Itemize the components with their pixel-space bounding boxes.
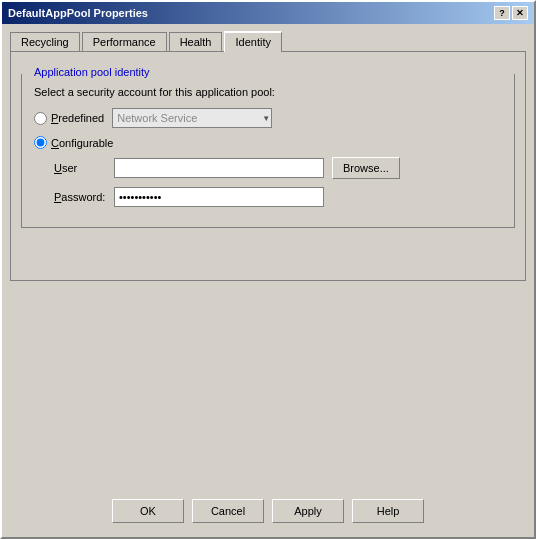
apply-button[interactable]: Apply xyxy=(272,499,344,523)
group-description: Select a security account for this appli… xyxy=(34,86,502,98)
title-bar-buttons: ? ✕ xyxy=(494,6,528,20)
dialog-window: DefaultAppPool Properties ? ✕ Recycling … xyxy=(0,0,536,539)
title-bar: DefaultAppPool Properties ? ✕ xyxy=(2,2,534,24)
browse-button[interactable]: Browse... xyxy=(332,157,400,179)
window-title: DefaultAppPool Properties xyxy=(8,7,148,19)
tab-panel-identity: Application pool identity Select a secur… xyxy=(10,51,526,281)
tab-strip: Recycling Performance Health Identity xyxy=(10,31,526,52)
configurable-row: Configurable xyxy=(34,136,502,149)
tab-identity[interactable]: Identity xyxy=(224,31,281,52)
tab-health[interactable]: Health xyxy=(169,32,223,52)
group-box-legend: Application pool identity xyxy=(30,66,154,78)
help-button[interactable]: Help xyxy=(352,499,424,523)
password-field-row: Password: xyxy=(54,187,502,207)
predefined-radio[interactable] xyxy=(34,112,47,125)
close-title-button[interactable]: ✕ xyxy=(512,6,528,20)
tab-recycling[interactable]: Recycling xyxy=(10,32,80,52)
predefined-dropdown xyxy=(112,108,272,128)
predefined-select-area: ▼ xyxy=(112,108,272,128)
password-label: Password: xyxy=(54,191,114,203)
user-input[interactable] xyxy=(114,158,324,178)
password-input[interactable] xyxy=(114,187,324,207)
predefined-dropdown-wrapper: ▼ xyxy=(112,108,272,128)
tab-performance[interactable]: Performance xyxy=(82,32,167,52)
button-bar: OK Cancel Apply Help xyxy=(10,489,526,529)
predefined-row: Predefined ▼ xyxy=(34,108,502,128)
dialog-content: Recycling Performance Health Identity Ap… xyxy=(2,24,534,537)
identity-group-box: Application pool identity Select a secur… xyxy=(21,74,515,228)
help-title-button[interactable]: ? xyxy=(494,6,510,20)
user-field-row: User Browse... xyxy=(54,157,502,179)
predefined-label[interactable]: Predefined xyxy=(51,112,104,124)
configurable-radio[interactable] xyxy=(34,136,47,149)
ok-button[interactable]: OK xyxy=(112,499,184,523)
user-pass-section: User Browse... Password: xyxy=(54,157,502,207)
cancel-button[interactable]: Cancel xyxy=(192,499,264,523)
configurable-label[interactable]: Configurable xyxy=(51,137,113,149)
user-label: User xyxy=(54,162,114,174)
